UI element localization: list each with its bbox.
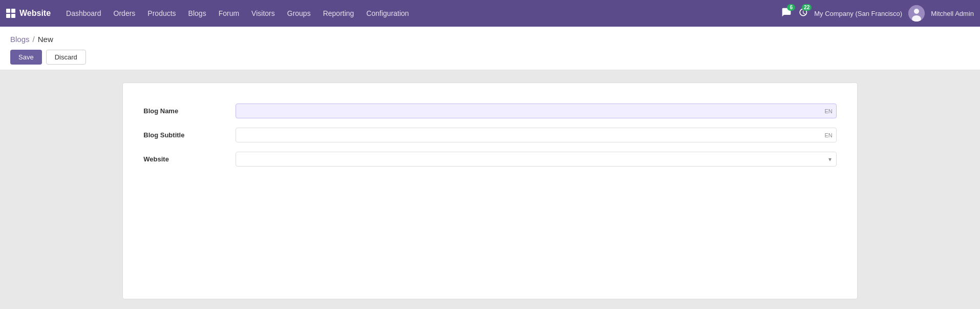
activity-badge: 22 <box>802 4 812 11</box>
page-header: Blogs / New Save Discard <box>0 27 980 70</box>
company-name: My Company (San Francisco) <box>814 10 902 17</box>
nav-links: Dashboard Orders Products Blogs Forum Vi… <box>61 6 781 20</box>
toolbar: Save Discard <box>10 50 970 65</box>
nav-reporting[interactable]: Reporting <box>318 6 359 20</box>
blog-name-row: Blog Name EN <box>143 104 837 118</box>
website-label: Website <box>143 155 236 163</box>
nav-dashboard[interactable]: Dashboard <box>61 6 106 20</box>
app-brand[interactable]: Website <box>6 9 51 18</box>
blog-name-input-wrap: EN <box>236 104 837 118</box>
blog-subtitle-label: Blog Subtitle <box>143 131 236 139</box>
nav-configuration[interactable]: Configuration <box>361 6 414 20</box>
website-select-wrap <box>236 152 837 167</box>
nav-groups[interactable]: Groups <box>282 6 316 20</box>
breadcrumb: Blogs / New <box>10 35 970 44</box>
nav-products[interactable]: Products <box>142 6 181 20</box>
messages-badge: 6 <box>787 4 795 11</box>
breadcrumb-current: New <box>38 35 53 44</box>
blog-name-input[interactable] <box>236 104 837 118</box>
svg-point-1 <box>914 9 919 14</box>
blog-subtitle-row: Blog Subtitle EN <box>143 128 837 142</box>
discard-button[interactable]: Discard <box>46 50 86 65</box>
nav-visitors[interactable]: Visitors <box>246 6 280 20</box>
website-select[interactable] <box>236 152 837 167</box>
app-title: Website <box>19 9 51 18</box>
grid-icon <box>6 9 15 18</box>
topnav-right: 6 22 My Company (San Francisco) Mitchell… <box>781 5 974 22</box>
breadcrumb-parent[interactable]: Blogs <box>10 35 30 44</box>
messages-button[interactable]: 6 <box>781 7 792 20</box>
activity-button[interactable]: 22 <box>798 7 808 20</box>
save-button[interactable]: Save <box>10 50 42 65</box>
form-card: Blog Name EN Blog Subtitle EN Website <box>122 83 858 299</box>
nav-blogs[interactable]: Blogs <box>183 6 211 20</box>
user-name: Mitchell Admin <box>931 10 974 17</box>
blog-name-label: Blog Name <box>143 107 236 115</box>
nav-forum[interactable]: Forum <box>214 6 244 20</box>
blog-subtitle-input-wrap: EN <box>236 128 837 142</box>
blog-subtitle-input[interactable] <box>236 128 837 142</box>
breadcrumb-separator: / <box>33 35 35 44</box>
avatar[interactable] <box>908 5 925 22</box>
website-row: Website <box>143 152 837 167</box>
main-content: Blog Name EN Blog Subtitle EN Website <box>0 70 980 309</box>
nav-orders[interactable]: Orders <box>109 6 141 20</box>
top-navigation: Website Dashboard Orders Products Blogs … <box>0 0 980 27</box>
